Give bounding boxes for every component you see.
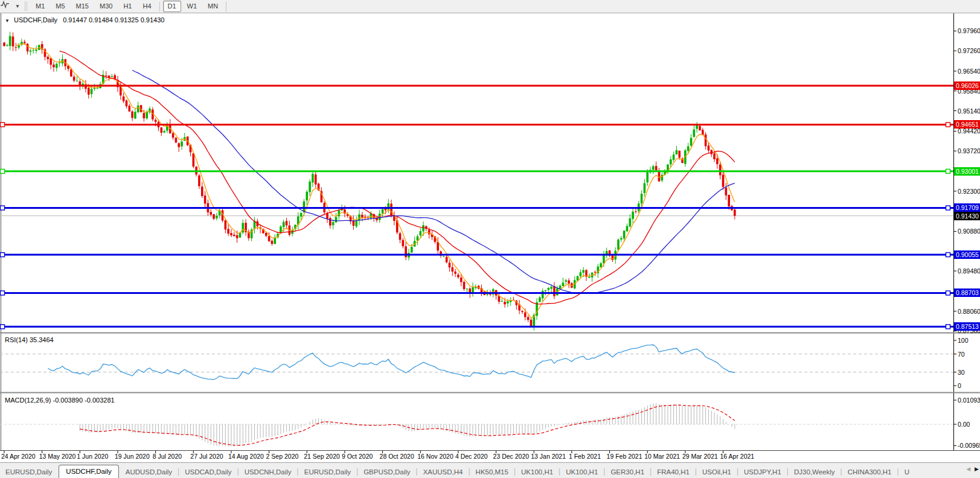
timeframe-button-H4[interactable]: H4 <box>138 1 156 12</box>
price-tag-0.88703: 0.88703 <box>954 288 980 297</box>
tab-item-U[interactable]: U <box>899 466 915 478</box>
main-price-pane <box>0 32 953 331</box>
date-label: 13 May 2020 <box>39 453 76 460</box>
hline-handle <box>1 325 5 329</box>
tab-item-EURUSD-Daily[interactable]: EURUSD,Daily <box>0 466 57 478</box>
date-label: 14 Aug 2020 <box>228 453 264 460</box>
date-label: 2 Sep 2020 <box>266 453 299 460</box>
date-label: 10 Mar 2021 <box>644 453 680 460</box>
date-label: 1 Feb 2021 <box>569 453 601 460</box>
price-tag-0.96026: 0.96026 <box>954 81 980 90</box>
date-label: 16 Apr 2021 <box>720 453 755 460</box>
chart-title: ▼ USDCHF,Daily 0.91447 0.91484 0.91325 0… <box>5 16 164 24</box>
candles-group <box>3 32 735 331</box>
tab-item-GER30-H1[interactable]: GER30,H1 <box>605 466 650 478</box>
timeframe-button-W1[interactable]: W1 <box>182 1 202 12</box>
tab-item-DJ30-Weekly[interactable]: DJ30,Weekly <box>789 466 841 478</box>
toolbar-separator <box>159 2 160 11</box>
timeframe-button-MN[interactable]: MN <box>203 1 223 12</box>
tab-item-USDCHF-Daily[interactable]: USDCHF,Daily <box>59 465 118 478</box>
rsi-axis-label: 30 <box>958 369 965 376</box>
macd-axis-label: 0.00 <box>958 421 970 428</box>
price-tag-0.90055: 0.90055 <box>954 250 980 259</box>
hline-handle <box>1 291 5 295</box>
price-tick-label: 0.89480 <box>958 267 980 275</box>
price-tick-label: 0.90880 <box>958 228 980 235</box>
rsi-pane <box>0 345 953 380</box>
date-label: 28 Oct 2020 <box>380 453 414 460</box>
hline-handle <box>946 169 950 173</box>
tab-item-EURUSD-Daily[interactable]: EURUSD,Daily <box>299 466 356 478</box>
tab-scroll-right-icon[interactable]: ▶ <box>975 466 979 472</box>
tab-item-UK100-H1[interactable]: UK100,H1 <box>516 466 559 478</box>
hline-handle <box>946 123 950 127</box>
date-label: 13 Jan 2021 <box>531 453 566 460</box>
chart-title-symbol: USDCHF,Daily <box>14 16 57 24</box>
hline-handle <box>1 169 5 173</box>
hline-handle <box>946 291 950 295</box>
timeframe-button-M1[interactable]: M1 <box>31 1 50 12</box>
rsi-axis-label: 0 <box>958 382 961 389</box>
rsi-indicator-label: RSI(14) 35.3464 <box>5 336 54 343</box>
tab-item-AUDUSD-Daily[interactable]: AUDUSD,Daily <box>120 466 178 478</box>
timeframe-button-M15[interactable]: M15 <box>71 1 94 12</box>
hline-handle <box>946 325 950 329</box>
chart-title-ohlc: 0.91447 0.91484 0.91325 0.91430 <box>63 16 164 24</box>
crosshair-cursor-icon[interactable] <box>2 2 13 11</box>
price-tag-0.87513: 0.87513 <box>954 322 980 331</box>
macd-indicator-label: MACD(12,26,9) -0.003890 -0.003281 <box>5 397 115 404</box>
tab-scroll-left-icon[interactable]: ◀ <box>966 466 970 472</box>
toolbar-separator <box>226 2 226 11</box>
macd-axis-label: 0.010933 <box>958 397 980 404</box>
date-label: 19 Feb 2021 <box>607 453 642 460</box>
date-label: 16 Nov 2020 <box>417 453 453 460</box>
chart-tab-bar: EURUSD,DailyUSDCHF,DailyAUDUSD,Daily|USD… <box>0 462 980 478</box>
rsi-line <box>48 345 735 380</box>
rsi-axis-label: 70 <box>958 351 965 358</box>
date-label: 8 Jul 2020 <box>153 453 182 460</box>
date-label: 9 Oct 2020 <box>342 453 373 460</box>
macd-axis-label: -0.009653 <box>958 442 980 449</box>
tab-item-USOil-H1[interactable]: USOil,H1 <box>697 466 737 478</box>
hline-handle <box>946 253 950 257</box>
price-tick-label: 0.95140 <box>958 107 980 115</box>
date-label: 19 Jun 2020 <box>115 453 150 460</box>
top-toolbar: ▼ M1M5M15M30H1H4D1W1MN <box>0 0 980 13</box>
tab-item-GBPUSD-Daily[interactable]: GBPUSD,Daily <box>358 466 415 478</box>
tab-item-UK100-H1[interactable]: UK100,H1 <box>560 466 603 478</box>
tab-scroll-arrows: ◀ ▶ <box>964 466 979 472</box>
date-label: 1 Jun 2020 <box>77 453 108 460</box>
date-label: 21 Sep 2020 <box>304 453 340 460</box>
macd-signal-line <box>80 405 735 445</box>
timeframe-button-D1[interactable]: D1 <box>163 1 181 12</box>
macd-pane <box>0 403 953 447</box>
hline-handle <box>946 206 950 210</box>
date-label: 24 Apr 2020 <box>1 453 36 460</box>
timeframe-button-M30[interactable]: M30 <box>95 1 117 12</box>
date-label: 29 Mar 2021 <box>682 453 718 460</box>
current-price-tag: 0.91430 <box>954 212 980 220</box>
timeframe-button-M5[interactable]: M5 <box>51 1 69 12</box>
hline-handle <box>1 123 5 127</box>
tab-item-USDJPY-H1[interactable]: USDJPY,H1 <box>738 466 787 478</box>
tab-item-CHINA300-H1[interactable]: CHINA300,H1 <box>842 466 897 478</box>
toolbar-grip <box>25 2 27 11</box>
hline-handle <box>1 253 5 257</box>
price-tick-label: 0.93720 <box>958 147 980 155</box>
dropdown-caret-icon[interactable]: ▼ <box>14 4 21 9</box>
chart-canvas[interactable] <box>0 0 980 478</box>
tab-item-FRA40-H1[interactable]: FRA40,H1 <box>652 466 695 478</box>
date-label: 27 Jul 2020 <box>190 453 223 460</box>
price-tag-0.94651: 0.94651 <box>954 120 980 129</box>
timeframe-button-H1[interactable]: H1 <box>118 1 136 12</box>
tab-item-HK50-M15[interactable]: HK50,M15 <box>470 466 514 478</box>
price-tag-0.93001: 0.93001 <box>954 167 980 176</box>
tab-item-USDCNH-Daily[interactable]: USDCNH,Daily <box>239 466 297 478</box>
tab-item-USDCAD-Daily[interactable]: USDCAD,Daily <box>179 466 237 478</box>
price-tick-label: 0.92300 <box>958 188 980 195</box>
tab-item-XAUUSD-H4[interactable]: XAUUSD,H4 <box>418 466 469 478</box>
date-label: 4 Dec 2020 <box>455 453 488 460</box>
collapse-triangle-icon[interactable]: ▼ <box>5 18 10 24</box>
date-label: 23 Dec 2020 <box>493 453 530 460</box>
price-tick-label: 0.88060 <box>958 308 980 315</box>
